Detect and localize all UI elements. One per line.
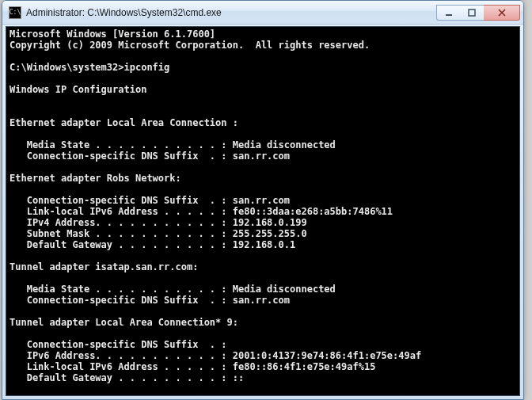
output-line: Connection-specific DNS Suffix . : san.r… [10, 150, 290, 162]
close-button[interactable] [484, 5, 520, 21]
output-line: IPv4 Address. . . . . . . . . . . : 192.… [10, 217, 307, 228]
prompt: C:\Windows\system32> [10, 62, 124, 73]
prompt[interactable]: C:\Windows\system32> [10, 394, 124, 396]
close-icon [498, 9, 506, 17]
minimize-icon [444, 8, 454, 17]
adapter-title: Ethernet adapter Local Area Connection : [10, 117, 238, 128]
output-line: IPv6 Address. . . . . . . . . . . : 2001… [10, 350, 421, 361]
output-line: Connection-specific DNS Suffix . : [10, 339, 227, 350]
maximize-button[interactable] [460, 5, 484, 21]
window-title: Administrator: C:\Windows\System32\cmd.e… [26, 7, 436, 18]
adapter-title: Tunnel adapter Local Area Connection* 9: [10, 317, 238, 328]
output-line: Media State . . . . . . . . . . . : Medi… [10, 139, 336, 150]
svg-rect-1 [469, 10, 475, 16]
typed-command: ipconfig [124, 62, 170, 73]
cmd-icon: C:\ [9, 6, 21, 19]
svg-rect-0 [446, 14, 452, 16]
output-line: Default Gateway . . . . . . . . . : 192.… [10, 239, 295, 250]
output-line: Connection-specific DNS Suffix . : san.r… [10, 195, 290, 206]
output-line: Link-local IPv6 Address . . . . . : fe80… [10, 361, 375, 372]
console-output: Microsoft Windows [Version 6.1.7600] Cop… [6, 27, 519, 396]
cmd-window: C:\ Administrator: C:\Windows\System32\c… [2, 0, 524, 400]
adapter-title: Ethernet adapter Robs Network: [10, 173, 181, 184]
adapter-title: Tunnel adapter isatap.san.rr.com: [10, 261, 198, 272]
output-line: Link-local IPv6 Address . . . . . : fe80… [10, 206, 393, 217]
maximize-icon [467, 8, 477, 17]
minimize-button[interactable] [436, 5, 460, 21]
output-line: Media State . . . . . . . . . . . : Medi… [10, 284, 336, 295]
titlebar[interactable]: C:\ Administrator: C:\Windows\System32\c… [2, 1, 523, 25]
window-controls [436, 5, 520, 21]
ipconfig-header: Windows IP Configuration [10, 84, 146, 95]
output-line: Connection-specific DNS Suffix . : san.r… [10, 295, 290, 306]
console-viewport[interactable]: Microsoft Windows [Version 6.1.7600] Cop… [6, 26, 520, 396]
output-line: Subnet Mask . . . . . . . . . . . : 255.… [10, 228, 307, 239]
output-line: Default Gateway . . . . . . . . . : :: [10, 372, 244, 383]
copyright-line: Copyright (c) 2009 Microsoft Corporation… [10, 40, 370, 51]
banner-line: Microsoft Windows [Version 6.1.7600] [10, 29, 215, 40]
